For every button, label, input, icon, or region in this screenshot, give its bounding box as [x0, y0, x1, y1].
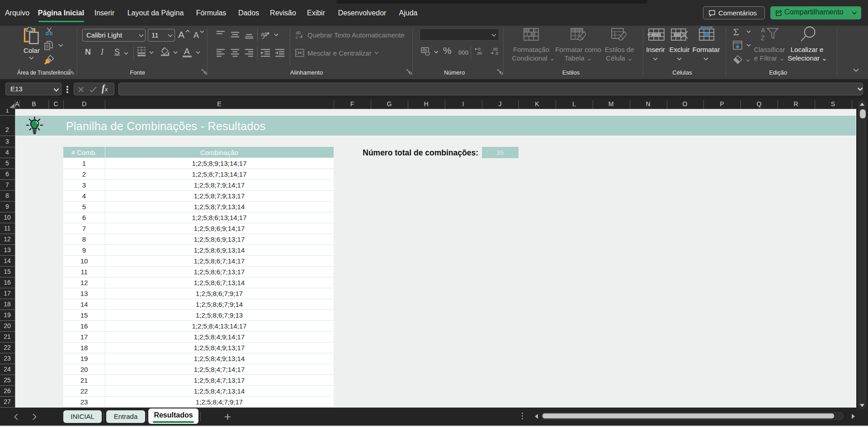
- svg-text:Z: Z: [761, 34, 765, 41]
- svg-text:ab: ab: [261, 31, 267, 38]
- svg-text:,0: ,0: [495, 51, 498, 56]
- svg-text:A: A: [761, 27, 765, 34]
- svg-text:,00: ,00: [476, 51, 482, 56]
- svg-text:c: c: [296, 35, 298, 39]
